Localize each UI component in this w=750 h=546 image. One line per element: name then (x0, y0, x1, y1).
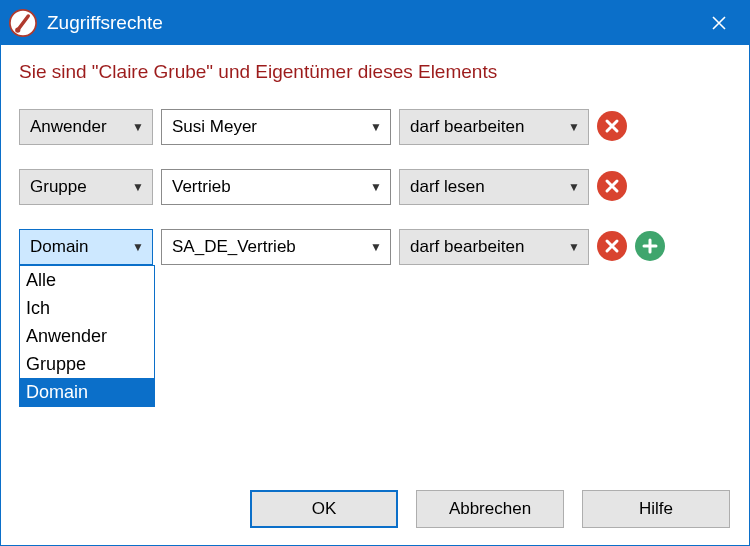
type-select-row2[interactable]: Domain ▼ Alle Ich Anwender Gruppe Domain (19, 229, 153, 265)
name-field-value: Susi Meyer (172, 117, 257, 137)
ok-button[interactable]: OK (250, 490, 398, 528)
type-select-row0[interactable]: Anwender ▼ (19, 109, 153, 145)
dropdown-option-anwender[interactable]: Anwender (20, 322, 154, 350)
chevron-down-icon: ▼ (568, 180, 580, 194)
chevron-down-icon: ▼ (370, 120, 382, 134)
window-title: Zugriffsrechte (47, 12, 697, 34)
chevron-down-icon: ▼ (370, 180, 382, 194)
chevron-down-icon: ▼ (132, 120, 144, 134)
delete-row-button[interactable] (597, 111, 627, 141)
chevron-down-icon: ▼ (568, 120, 580, 134)
dialog-content: Sie sind "Claire Grube" und Eigentümer d… (1, 45, 749, 289)
delete-row-button[interactable] (597, 231, 627, 261)
add-row-button[interactable] (635, 231, 665, 261)
type-select-row1[interactable]: Gruppe ▼ (19, 169, 153, 205)
owner-headline: Sie sind "Claire Grube" und Eigentümer d… (19, 61, 729, 83)
name-field-row2[interactable]: SA_DE_Vertrieb ▼ (161, 229, 391, 265)
chevron-down-icon: ▼ (132, 180, 144, 194)
name-field-value: Vertrieb (172, 177, 231, 197)
perm-select-value: darf bearbeiten (410, 117, 524, 137)
chevron-down-icon: ▼ (568, 240, 580, 254)
perm-select-row1[interactable]: darf lesen ▼ (399, 169, 589, 205)
type-select-value: Domain (30, 237, 89, 257)
dropdown-option-ich[interactable]: Ich (20, 294, 154, 322)
type-select-value: Gruppe (30, 177, 87, 197)
type-dropdown: Alle Ich Anwender Gruppe Domain (19, 265, 155, 407)
chevron-down-icon: ▼ (132, 240, 144, 254)
name-field-value: SA_DE_Vertrieb (172, 237, 296, 257)
name-field-row0[interactable]: Susi Meyer ▼ (161, 109, 391, 145)
svg-point-1 (15, 27, 20, 32)
delete-row-button[interactable] (597, 171, 627, 201)
titlebar: Zugriffsrechte (1, 1, 749, 45)
perm-select-row0[interactable]: darf bearbeiten ▼ (399, 109, 589, 145)
dropdown-option-gruppe[interactable]: Gruppe (20, 350, 154, 378)
app-icon (9, 9, 37, 37)
perm-select-row2[interactable]: darf bearbeiten ▼ (399, 229, 589, 265)
type-select-value: Anwender (30, 117, 107, 137)
dialog-footer: OK Abbrechen Hilfe (0, 476, 750, 546)
cancel-button[interactable]: Abbrechen (416, 490, 564, 528)
dropdown-option-domain[interactable]: Domain (20, 378, 154, 406)
name-field-row1[interactable]: Vertrieb ▼ (161, 169, 391, 205)
perm-select-value: darf lesen (410, 177, 485, 197)
close-button[interactable] (697, 1, 741, 45)
dropdown-option-alle[interactable]: Alle (20, 266, 154, 294)
perm-select-value: darf bearbeiten (410, 237, 524, 257)
permission-rows: Anwender ▼ Susi Meyer ▼ darf bearbeiten … (19, 109, 673, 289)
help-button[interactable]: Hilfe (582, 490, 730, 528)
chevron-down-icon: ▼ (370, 240, 382, 254)
